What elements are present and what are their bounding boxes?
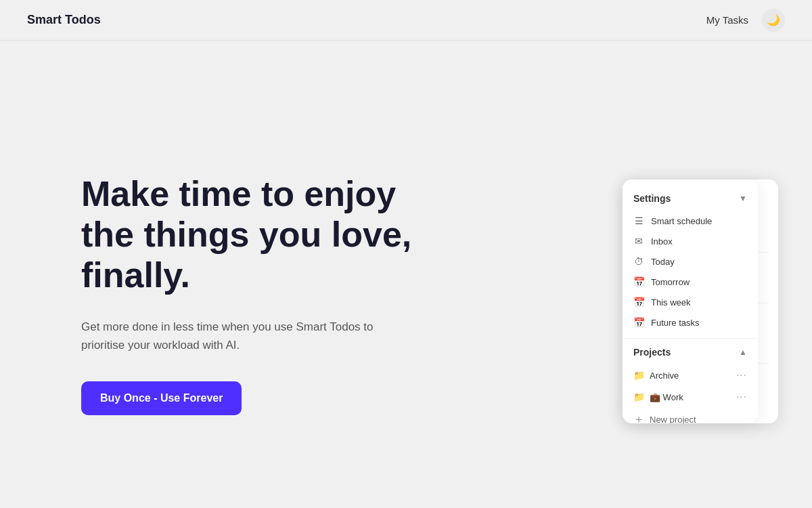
sidebar-item-tomorrow[interactable]: 📅 Tomorrow	[623, 272, 758, 292]
sidebar-item-today[interactable]: ⏱ Today	[623, 251, 758, 272]
project-archive-left: 📁 Archive	[633, 370, 679, 381]
settings-label: Settings	[633, 193, 671, 204]
today-label: Today	[651, 257, 675, 267]
sidebar-panel: Settings ▼ ☰ Smart schedule ✉ Inbox ⏱ To…	[623, 179, 758, 423]
project-work-left: 📁 💼 Work	[633, 391, 683, 402]
inbox-icon: ✉	[633, 236, 644, 247]
smart-schedule-icon: ☰	[633, 215, 644, 226]
inbox-label: Inbox	[651, 236, 673, 247]
new-project-label: New project	[650, 415, 696, 423]
sidebar-item-this-week[interactable]: 📅 This week	[623, 292, 758, 312]
ui-mockup: Settings ▼ ☰ Smart schedule ✉ Inbox ⏱ To…	[623, 179, 758, 423]
future-tasks-icon: 📅	[633, 317, 644, 328]
archive-folder-icon: 📁	[633, 370, 644, 381]
buy-once-button[interactable]: Buy Once - Use Forever	[81, 381, 242, 415]
header-right: My Tasks 🌙	[706, 9, 785, 32]
sidebar-item-inbox[interactable]: ✉ Inbox	[623, 231, 758, 251]
app-logo: Smart Todos	[27, 13, 101, 27]
new-project-item[interactable]: ＋ New project	[623, 408, 758, 423]
project-item-archive[interactable]: 📁 Archive ···	[623, 364, 758, 386]
projects-label: Projects	[633, 347, 671, 358]
this-week-label: This week	[651, 297, 691, 308]
today-icon: ⏱	[633, 256, 644, 267]
tomorrow-label: Tomorrow	[651, 277, 690, 287]
projects-chevron-icon[interactable]: ▲	[739, 347, 747, 357]
projects-section-header: Projects ▲	[623, 344, 758, 364]
sidebar-item-smart-schedule[interactable]: ☰ Smart schedule	[623, 211, 758, 231]
hero-subtitle: Get more done in less time when you use …	[81, 318, 420, 354]
tomorrow-icon: 📅	[633, 276, 644, 287]
work-more-icon[interactable]: ···	[736, 391, 747, 403]
work-folder-icon: 📁	[633, 391, 644, 402]
main-content: Make time to enjoy the things you love, …	[0, 41, 812, 508]
project-item-work[interactable]: 📁 💼 Work ···	[623, 386, 758, 408]
smart-schedule-label: Smart schedule	[651, 216, 712, 226]
my-tasks-link[interactable]: My Tasks	[706, 14, 748, 26]
moon-icon: 🌙	[767, 14, 780, 26]
plus-icon: ＋	[633, 412, 644, 423]
header: Smart Todos My Tasks 🌙	[0, 0, 812, 41]
settings-section-header: Settings ▼	[623, 190, 758, 211]
archive-label: Archive	[650, 371, 679, 381]
settings-chevron-icon[interactable]: ▼	[739, 194, 747, 203]
archive-more-icon[interactable]: ···	[736, 369, 747, 381]
sidebar-item-future-tasks[interactable]: 📅 Future tasks	[623, 312, 758, 333]
hero-section: Make time to enjoy the things you love, …	[81, 174, 420, 415]
work-label: 💼 Work	[650, 392, 683, 402]
sidebar-divider	[623, 338, 758, 339]
this-week-icon: 📅	[633, 297, 644, 308]
hero-title: Make time to enjoy the things you love, …	[81, 174, 420, 295]
dark-mode-button[interactable]: 🌙	[762, 9, 785, 32]
future-tasks-label: Future tasks	[651, 318, 700, 328]
